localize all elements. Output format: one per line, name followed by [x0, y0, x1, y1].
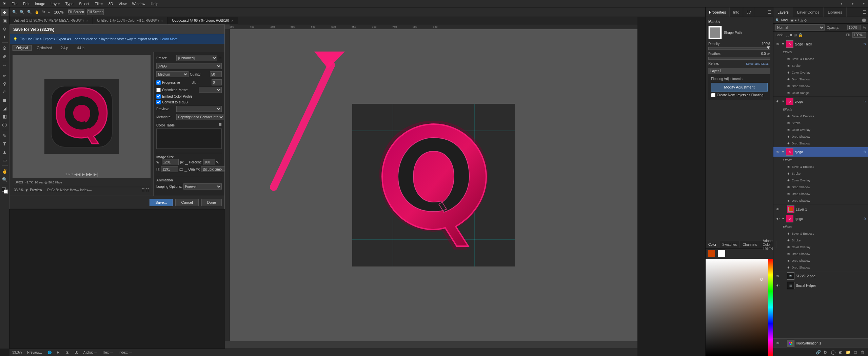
background-color[interactable]: [4, 190, 8, 194]
zoom-tool[interactable]: 🔍: [1, 176, 8, 183]
add-style-btn[interactable]: fx: [823, 349, 829, 355]
color-table-menu[interactable]: ☰: [219, 123, 222, 126]
layer-item-hue-sat[interactable]: 👁 Hue/Saturation 1: [773, 338, 868, 348]
tab-untitled-2[interactable]: Untitled-1 @ 100% (Color Fill 1, RGB/8#)…: [93, 17, 168, 24]
vis-bevel-thick[interactable]: 👁: [787, 57, 790, 61]
sub-bevel-thick[interactable]: 👁 Bevel & Emboss: [773, 56, 868, 62]
vis-stroke-3[interactable]: 👁: [787, 239, 790, 242]
vis-color-overlay-1[interactable]: 👁: [787, 128, 790, 132]
refine-link[interactable]: Select and Mast...: [746, 62, 770, 65]
blur-input[interactable]: [212, 79, 222, 85]
brush-tool[interactable]: ✏: [1, 72, 8, 79]
sub-drop-shadow-3a[interactable]: 👁 Drop Shadow: [773, 251, 868, 257]
blur-tool[interactable]: ◧: [1, 113, 8, 120]
layer-comps-tab[interactable]: Layer Comps: [793, 7, 824, 17]
menu-window[interactable]: Window: [132, 2, 145, 6]
vis-drop-shadow-1b[interactable]: 👁: [787, 142, 790, 145]
hand-tool[interactable]: ✌: [1, 167, 8, 175]
sub-stroke-1[interactable]: 👁 Stroke: [773, 120, 868, 126]
prop-tab-info[interactable]: Info: [730, 7, 743, 17]
vis-drop-shadow-3c[interactable]: 👁: [787, 266, 790, 270]
layer-item-qlogo-3[interactable]: 👁 ▼ Q qlogo fx: [773, 214, 868, 223]
preview-btn[interactable]: Preview...: [30, 188, 44, 192]
link-layers-btn[interactable]: 🔗: [815, 349, 821, 355]
visibility-qlogo-2[interactable]: 👁: [775, 150, 780, 154]
last-frame-btn[interactable]: ▶|: [94, 172, 98, 177]
sub-color-range-thick[interactable]: 👁 Color Range...: [773, 90, 868, 96]
filter-smart-icon[interactable]: ◇: [804, 18, 807, 22]
sub-stroke-thick[interactable]: 👁 Stroke: [773, 62, 868, 69]
vis-drop-shadow-3b[interactable]: 👁: [787, 259, 790, 263]
sub-drop-shadow-thick-1[interactable]: 👁 Drop Shadow: [773, 76, 868, 83]
crop-tool[interactable]: ※: [1, 44, 8, 52]
tab-untitled-1[interactable]: Untitled-1 @ 90.9% (C MENA MESA, RGB/8#)…: [9, 17, 93, 24]
vis-drop-shadow-3a[interactable]: 👁: [787, 252, 790, 256]
visibility-qlogo-1[interactable]: 👁: [775, 99, 780, 104]
filter-pixel-icon[interactable]: ▣: [790, 18, 793, 22]
vis-color-overlay-3[interactable]: 👁: [787, 245, 790, 249]
looping-select[interactable]: Forever: [183, 183, 222, 190]
vis-stroke-thick[interactable]: 👁: [787, 64, 790, 68]
layer-item-qlogo-2[interactable]: 👁 ▼ Q qlogo fx: [773, 147, 868, 157]
path-tool[interactable]: ▲: [1, 148, 8, 156]
menu-layer[interactable]: Layer: [51, 2, 60, 6]
expand-qlogo-1[interactable]: ▼: [782, 100, 785, 103]
sub-color-overlay-2[interactable]: 👁 Color Overlay: [773, 177, 868, 184]
cancel-btn[interactable]: Cancel: [175, 199, 198, 206]
add-adjustment-btn[interactable]: ◐: [837, 349, 844, 355]
layer-item-qlogo-thick[interactable]: 👁 ▼ Q qlogo Thick fx: [773, 39, 868, 49]
close-tab-1[interactable]: ✕: [86, 19, 88, 22]
close-tab-3[interactable]: ✕: [231, 19, 234, 22]
layer-item-512[interactable]: 👁 📷 512x512.png: [773, 271, 868, 281]
vis-bevel-1[interactable]: 👁: [787, 115, 790, 118]
vis-drop-shadow-thick-2[interactable]: 👁: [787, 84, 790, 88]
type-tool[interactable]: T: [1, 140, 8, 147]
play-btn[interactable]: ▶: [82, 172, 85, 177]
visibility-social[interactable]: 👁: [775, 283, 780, 288]
embed-checkbox[interactable]: [156, 94, 161, 99]
sub-drop-shadow-2b[interactable]: 👁 Drop Shadow: [773, 191, 868, 197]
width-input[interactable]: [162, 159, 179, 165]
move-tool[interactable]: ✥: [1, 9, 8, 16]
filter-adj-icon[interactable]: ■: [794, 18, 796, 22]
progressive-checkbox[interactable]: [156, 80, 161, 85]
sub-drop-shadow-3b[interactable]: 👁 Drop Shadow: [773, 257, 868, 264]
color-gradient[interactable]: [706, 259, 773, 356]
fill-screen-btn-2[interactable]: Fill Screen: [87, 9, 104, 15]
color-tab-channels[interactable]: Channels: [740, 241, 760, 248]
blend-mode-select[interactable]: Normal: [775, 24, 825, 31]
vis-bevel-3[interactable]: 👁: [787, 232, 790, 236]
eyedropper-tool[interactable]: ⚞: [1, 53, 8, 60]
vis-drop-shadow-2c[interactable]: 👁: [787, 199, 790, 203]
matte-select[interactable]: [199, 87, 222, 93]
shape-tool[interactable]: ▭: [1, 156, 8, 164]
pen-tool[interactable]: ✎: [1, 132, 8, 139]
sub-bevel-1[interactable]: 👁 Bevel & Emboss: [773, 113, 868, 120]
menu-image[interactable]: Image: [35, 2, 45, 6]
new-group-btn[interactable]: 📁: [845, 349, 851, 355]
color-tab-swatches[interactable]: Swatches: [719, 241, 740, 248]
view-tab-2up[interactable]: 2-Up: [57, 45, 72, 51]
visibility-qlogo-3[interactable]: 👁: [775, 216, 780, 221]
app-logo[interactable]: ☀: [3, 1, 6, 6]
gradient-tool[interactable]: ◢: [1, 104, 8, 112]
layer-item-social[interactable]: 👁 📷 Social Helper: [773, 281, 868, 290]
eraser-tool[interactable]: ◼: [1, 96, 8, 104]
list-view-btn[interactable]: ☷: [146, 188, 149, 192]
sub-bevel-3[interactable]: 👁 Bevel & Emboss: [773, 230, 868, 237]
menu-type[interactable]: Type: [65, 2, 74, 6]
sub-bevel-2[interactable]: 👁 Bevel & Emboss: [773, 163, 868, 170]
convert-checkbox[interactable]: [156, 100, 161, 104]
next-frame-btn[interactable]: ▶▶: [86, 172, 92, 177]
prop-tab-3d[interactable]: 3D: [743, 7, 755, 17]
menu-view[interactable]: View: [119, 2, 127, 6]
visibility-hue-sat[interactable]: 👁: [775, 341, 780, 346]
optimized-checkbox[interactable]: [156, 88, 161, 92]
vis-drop-shadow-thick-1[interactable]: 👁: [787, 78, 790, 81]
expand-qlogo-2[interactable]: ▼: [782, 150, 785, 154]
history-brush-tool[interactable]: ↶: [1, 88, 8, 96]
layers-tab[interactable]: Layers: [773, 7, 793, 17]
close-tab-2[interactable]: ✕: [161, 19, 163, 22]
layers-panel-menu[interactable]: ☰: [863, 10, 867, 15]
view-tab-optimized[interactable]: Optimized: [33, 45, 56, 51]
